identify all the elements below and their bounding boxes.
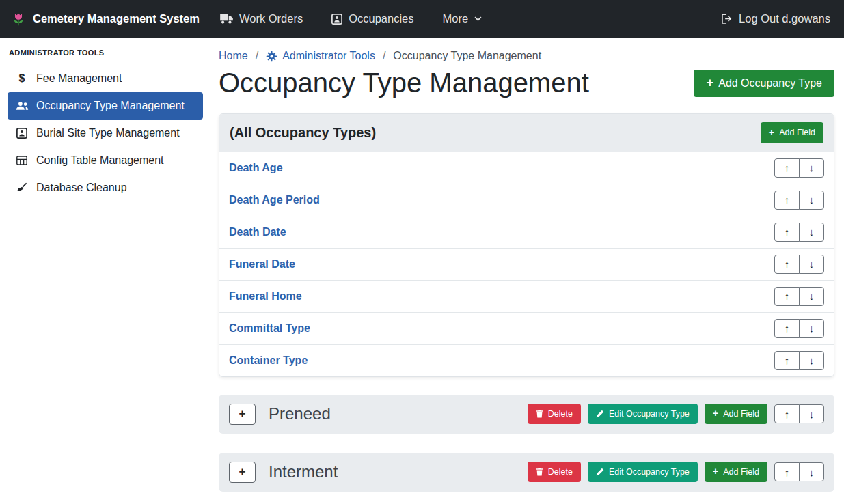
all-occupancy-types-card: (All Occupancy Types) + Add Field Death … [219,113,834,377]
page-title: Occupancy Type Management [219,68,589,98]
field-link[interactable]: Death Date [229,226,286,238]
move-up-button[interactable]: ↑ [774,287,800,306]
add-field-label: Add Field [723,468,759,477]
table-icon [15,155,29,166]
plus-icon: + [239,407,246,421]
add-field-button[interactable]: + Add Field [761,122,823,143]
add-field-button[interactable]: + Add Field [705,404,767,425]
move-up-button[interactable]: ↑ [774,191,800,210]
move-up-button[interactable]: ↑ [774,158,800,178]
sidebar-item-label: Occupancy Type Management [36,100,185,112]
arrow-down-icon: ↓ [809,408,815,420]
field-link[interactable]: Funeral Home [229,290,302,303]
title-row: Occupancy Type Management + Add Occupanc… [219,68,834,98]
reorder-button-group: ↑ ↓ [774,158,824,178]
sidebar-item-config-table-management[interactable]: Config Table Management [8,147,203,174]
arrow-down-icon: ↓ [809,354,815,366]
arrow-down-icon: ↓ [809,466,815,478]
move-down-button[interactable]: ↓ [799,223,824,242]
occupancy-type-name: Interment [269,462,338,481]
move-up-button[interactable]: ↑ [774,404,800,423]
delete-button[interactable]: Delete [528,462,581,483]
chevron-down-icon [474,16,482,21]
reorder-button-group: ↑ ↓ [774,191,824,210]
sidebar-item-occupancy-type-management[interactable]: Occupancy Type Management [8,92,203,120]
move-down-button[interactable]: ↓ [799,287,824,306]
sidebar-item-fee-management[interactable]: $ Fee Management [8,65,203,92]
app-root: Cemetery Management System Work Orders [0,0,844,504]
nav-work-orders[interactable]: Work Orders [220,12,303,25]
move-up-button[interactable]: ↑ [774,223,800,242]
sidebar-item-burial-site-type-management[interactable]: Burial Site Type Management [8,120,203,147]
arrow-up-icon: ↑ [785,162,790,173]
sidebar-item-label: Database Cleanup [36,182,127,194]
move-down-button[interactable]: ↓ [799,404,824,423]
expand-button[interactable]: + [229,462,256,483]
breadcrumb-administrator-tools[interactable]: Administrator Tools [266,50,375,62]
edit-occupancy-type-button[interactable]: Edit Occupancy Type [588,462,698,483]
arrow-down-icon: ↓ [809,322,815,334]
breadcrumb-current: Occupancy Type Management [393,50,541,62]
field-link[interactable]: Container Type [229,354,308,367]
move-down-button[interactable]: ↓ [799,351,824,370]
move-down-button[interactable]: ↓ [799,255,824,274]
delete-button[interactable]: Delete [528,404,581,425]
field-link[interactable]: Funeral Date [229,258,295,270]
reorder-button-group: ↑ ↓ [774,462,824,481]
move-down-button[interactable]: ↓ [799,191,824,210]
breadcrumb-admin-label: Administrator Tools [282,50,375,62]
sidebar-item-label: Config Table Management [36,154,164,167]
move-up-button[interactable]: ↑ [774,462,800,481]
breadcrumb-home[interactable]: Home [219,50,248,62]
move-up-button[interactable]: ↑ [774,351,800,370]
field-row: Funeral Home ↑ ↓ [219,280,834,312]
field-link[interactable]: Committal Type [229,322,310,335]
nav-occupancies[interactable]: Occupancies [331,12,413,25]
move-down-button[interactable]: ↓ [799,319,824,338]
add-field-button[interactable]: + Add Field [705,462,767,483]
flower-logo-icon [11,12,26,27]
truck-icon [220,14,233,24]
sidebar-item-database-cleanup[interactable]: Database Cleanup [8,174,203,201]
broom-icon [15,182,29,193]
plus-icon: + [706,78,713,88]
move-down-button[interactable]: ↓ [799,462,824,481]
add-occupancy-type-button[interactable]: + Add Occupancy Type [694,70,834,97]
section-actions: Delete Edit Occupancy Type + Add Field [528,462,824,483]
nav-occupancies-label: Occupancies [349,12,413,25]
occupancy-type-section-preneed: + Preneed Delete [219,395,834,434]
expand-button[interactable]: + [229,404,256,425]
edit-occupancy-type-button[interactable]: Edit Occupancy Type [588,404,698,425]
field-link[interactable]: Death Age Period [229,194,320,206]
move-down-button[interactable]: ↓ [799,158,824,178]
nav-more-label: More [443,12,469,25]
field-row: Death Date ↑ ↓ [219,216,834,248]
field-link[interactable]: Death Age [229,162,283,174]
logout-link[interactable]: Log Out d.gowans [721,12,830,25]
reorder-button-group: ↑ ↓ [774,255,824,274]
section-actions: Delete Edit Occupancy Type + Add Field [528,404,824,425]
arrow-down-icon: ↓ [809,258,815,270]
reorder-button-group: ↑ ↓ [774,287,824,306]
field-row: Funeral Date ↑ ↓ [219,248,834,280]
arrow-up-icon: ↑ [785,258,790,270]
arrow-up-icon: ↑ [785,226,790,238]
arrow-up-icon: ↑ [785,194,790,206]
sidebar-item-label: Burial Site Type Management [36,127,180,139]
logout-icon [721,14,733,24]
plus-icon: + [239,465,246,479]
card-header: (All Occupancy Types) + Add Field [219,114,834,152]
sidebar: ADMINISTRATOR TOOLS $ Fee Management Occ… [0,38,210,504]
occupancy-type-name: Preneed [269,404,331,423]
occupancy-person-icon [331,14,342,25]
reorder-button-group: ↑ ↓ [774,223,824,242]
logout-label: Log Out d.gowans [739,12,830,25]
pencil-icon [596,468,604,476]
move-up-button[interactable]: ↑ [774,255,800,274]
pencil-icon [596,410,604,418]
nav-more[interactable]: More [443,12,482,25]
plus-icon: + [713,468,718,476]
reorder-button-group: ↑ ↓ [774,319,824,338]
move-up-button[interactable]: ↑ [774,319,800,338]
delete-label: Delete [548,410,573,419]
